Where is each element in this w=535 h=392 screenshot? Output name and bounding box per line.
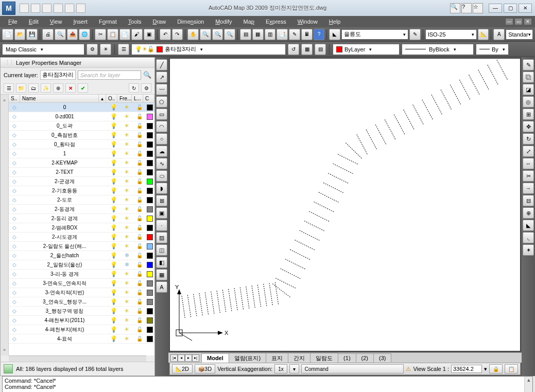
lock-icon[interactable]: 🔓 bbox=[134, 160, 145, 166]
col-color[interactable]: C bbox=[143, 95, 154, 102]
color-swatch[interactable] bbox=[145, 280, 154, 287]
vp-sync-icon[interactable]: 📋 bbox=[505, 364, 518, 373]
qat-redo-icon[interactable] bbox=[65, 4, 74, 13]
tab-model[interactable]: Model bbox=[201, 353, 229, 363]
table-row[interactable]: ◇2-시도경계💡☀🔓 bbox=[9, 233, 154, 242]
help-icon[interactable]: ? bbox=[461, 3, 472, 13]
ellipsearc-icon[interactable]: ◗ bbox=[156, 183, 167, 194]
table-row[interactable]: ◇2-군경계💡☀🔓 bbox=[9, 177, 154, 186]
table-row[interactable]: ◇0_횡타점💡☀🔓 bbox=[9, 140, 154, 149]
move-icon[interactable]: ✥ bbox=[523, 121, 534, 132]
freeze-icon[interactable]: ☀ bbox=[119, 308, 134, 314]
table-row[interactable]: ◇0_측점번호💡☀🔓 bbox=[9, 131, 154, 140]
layer-walk-icon[interactable]: ▤ bbox=[315, 44, 326, 55]
color-swatch[interactable] bbox=[145, 151, 154, 157]
table-row[interactable]: ◇4-폐천부지(2011)💡☀🔓 bbox=[9, 316, 154, 325]
layer-name[interactable]: 2-TEXT bbox=[20, 169, 108, 175]
table-row[interactable]: ◇1💡☀🔓 bbox=[9, 149, 154, 158]
table-row[interactable]: ◇2-동경계💡☀🔓 bbox=[9, 205, 154, 214]
dimstyle-dropdown[interactable]: ISO-25 bbox=[425, 29, 477, 40]
tab-layout-7[interactable]: (3) bbox=[373, 353, 391, 362]
lock-icon[interactable]: 🔓 bbox=[134, 188, 145, 193]
menu-window[interactable]: Window bbox=[292, 17, 323, 26]
ellipse-icon[interactable]: ⬭ bbox=[156, 170, 167, 182]
layer-grid[interactable]: S.. Name ▴ O.. Fre... L... C ◇0💡☀🔓◇0-zd0… bbox=[9, 95, 154, 355]
new-layer-vp-icon[interactable]: ⊕ bbox=[53, 83, 63, 93]
workspace-dropdown[interactable]: Map Classic bbox=[2, 44, 84, 55]
dim-tool-icon[interactable]: 📐 bbox=[478, 29, 489, 40]
new-group-icon[interactable]: 📁 bbox=[16, 83, 26, 93]
textstyle-dropdown[interactable]: Standar bbox=[506, 29, 533, 40]
color-swatch[interactable] bbox=[145, 336, 154, 342]
layer-name[interactable]: 2-군경계 bbox=[20, 178, 108, 185]
menu-help[interactable]: Help bbox=[324, 17, 346, 26]
menu-edit[interactable]: Edit bbox=[24, 17, 44, 26]
color-swatch[interactable] bbox=[145, 234, 154, 240]
layer-name[interactable]: 0_횡타점 bbox=[20, 141, 108, 148]
freeze-icon[interactable]: ☀ bbox=[119, 271, 134, 277]
menu-dimension[interactable]: Dimension bbox=[172, 17, 209, 26]
filter-icon[interactable] bbox=[4, 364, 13, 373]
col-on[interactable]: O.. bbox=[106, 95, 117, 102]
delete-layer-icon[interactable]: ✕ bbox=[65, 83, 76, 93]
table-row[interactable]: ◇2-일람도 울선(해...💡☀🔓 bbox=[9, 242, 154, 251]
lock-icon[interactable]: 🔓 bbox=[134, 123, 145, 129]
layer-name[interactable]: 2-동리 경계 bbox=[20, 215, 108, 222]
color-swatch[interactable] bbox=[145, 179, 154, 185]
freeze-icon[interactable]: ☀ bbox=[119, 132, 134, 138]
paste-icon[interactable]: 📄 bbox=[119, 29, 131, 40]
tab-layout-5[interactable]: (1) bbox=[338, 353, 356, 362]
lock-icon[interactable]: 🔓 bbox=[134, 262, 145, 268]
freeze-icon[interactable]: ☀ bbox=[119, 215, 134, 222]
layer-name[interactable]: 2_일람도(울선) bbox=[20, 261, 108, 269]
copy-obj-icon[interactable]: ⿻ bbox=[523, 72, 534, 83]
col-status[interactable]: S.. bbox=[9, 95, 20, 102]
freeze-icon[interactable]: ☀ bbox=[119, 280, 134, 287]
bulb-icon[interactable]: 💡 bbox=[108, 271, 119, 277]
filter-tree-collapsed[interactable]: » » bbox=[1, 95, 9, 355]
layer-prev-icon[interactable]: ↺ bbox=[288, 44, 299, 55]
trim-icon[interactable]: ✂ bbox=[523, 170, 534, 182]
freeze-icon[interactable]: ☀ bbox=[119, 178, 134, 185]
color-swatch[interactable] bbox=[145, 253, 154, 259]
freeze-icon[interactable]: ☀ bbox=[119, 326, 134, 333]
layer-name[interactable]: 2-동경계 bbox=[20, 206, 108, 213]
lock-icon[interactable]: 🔓 bbox=[134, 243, 145, 249]
tab-layout-1[interactable]: 열람(표지) bbox=[229, 353, 266, 363]
explode-icon[interactable]: ✶ bbox=[523, 244, 534, 256]
table-row[interactable]: ◇2-TEXT💡☀🔓 bbox=[9, 168, 154, 177]
line-icon[interactable]: ╱ bbox=[156, 59, 167, 70]
freeze-icon[interactable]: ☀ bbox=[119, 243, 134, 250]
color-swatch[interactable] bbox=[145, 317, 154, 324]
2d-button[interactable]: 📐 2D bbox=[172, 364, 193, 373]
table-row[interactable]: ◇3-리-동 경계💡☀🔓 bbox=[9, 270, 154, 279]
layer-name[interactable]: 4-폐천부지(2011) bbox=[20, 317, 108, 324]
table-row[interactable]: ◇2-기호등등💡☀🔓 bbox=[9, 186, 154, 195]
panel-header[interactable]: ⋮⋮ Layer Properties Manager bbox=[1, 58, 154, 68]
lock-icon[interactable]: 🔓 bbox=[134, 299, 145, 305]
layer-mgr-icon[interactable]: ☰ bbox=[118, 44, 129, 55]
col-sort-icon[interactable]: ▴ bbox=[99, 95, 106, 102]
lock-icon[interactable]: 🔓 bbox=[134, 206, 145, 212]
layer-dropdown[interactable]: 을릉도 bbox=[341, 29, 408, 40]
color-swatch[interactable] bbox=[145, 290, 154, 296]
mdi-minimize-button[interactable]: — bbox=[505, 18, 513, 25]
help-btn-icon[interactable]: ? bbox=[314, 29, 325, 40]
bulb-icon[interactable]: 💡 bbox=[108, 243, 119, 250]
menu-express[interactable]: Express bbox=[261, 17, 291, 26]
mirror-icon[interactable]: ◪ bbox=[523, 84, 534, 95]
maximize-button[interactable]: ▢ bbox=[504, 4, 517, 13]
mdi-restore-button[interactable]: ▭ bbox=[514, 18, 523, 25]
layer-name[interactable]: 2-일람도 울선(해... bbox=[20, 243, 108, 250]
rotate-icon[interactable]: ↻ bbox=[523, 133, 534, 145]
col-name[interactable]: Name bbox=[20, 95, 99, 102]
color-swatch[interactable] bbox=[145, 104, 154, 111]
bulb-icon[interactable]: 💡 bbox=[108, 215, 119, 222]
polygon-icon[interactable]: ⬠ bbox=[156, 96, 167, 108]
zoom-prev-icon[interactable]: 🔍 bbox=[224, 29, 235, 40]
layer-name[interactable]: 2_울선hatch bbox=[20, 252, 108, 259]
table-row[interactable]: ◇2-동리 경계💡☀🔓 bbox=[9, 214, 154, 223]
cmd-scrollbar[interactable]: ▴▾ bbox=[524, 377, 532, 392]
ws-gear-icon[interactable]: ⚙ bbox=[87, 44, 98, 55]
point-icon[interactable]: · bbox=[156, 220, 167, 231]
